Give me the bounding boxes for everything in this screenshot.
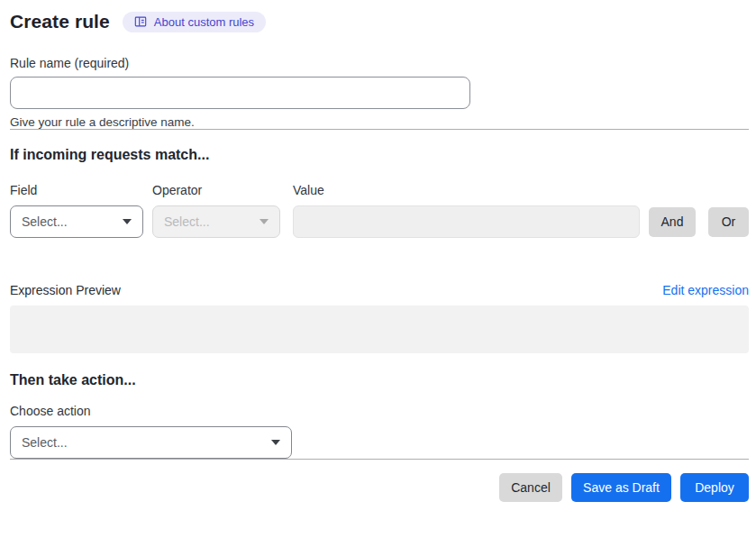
or-button[interactable]: Or (708, 207, 749, 237)
chevron-down-icon (260, 219, 269, 224)
choose-action-label: Choose action (10, 404, 749, 418)
page-title: Create rule (10, 11, 110, 32)
value-input[interactable] (293, 205, 640, 238)
cancel-button[interactable]: Cancel (499, 473, 562, 502)
match-controls-row: Select... Select... And Or (10, 205, 749, 238)
field-label: Field (10, 183, 152, 197)
action-select[interactable]: Select... (10, 426, 292, 459)
operator-label: Operator (152, 183, 293, 197)
field-select-value: Select... (22, 214, 68, 229)
book-reader-icon (134, 15, 147, 28)
action-select-value: Select... (22, 435, 68, 450)
rule-name-input[interactable] (10, 77, 470, 109)
match-column-labels: Field Operator Value (10, 183, 749, 197)
chevron-down-icon (123, 219, 132, 224)
divider (10, 129, 749, 130)
chevron-down-icon (271, 440, 280, 445)
match-section-heading: If incoming requests match... (10, 147, 749, 163)
and-button[interactable]: And (649, 207, 696, 237)
action-section-heading: Then take action... (10, 372, 749, 388)
rule-name-helper: Give your rule a descriptive name. (10, 115, 749, 129)
expression-preview-box (10, 305, 749, 353)
expression-preview-label: Expression Preview (10, 283, 121, 297)
divider (10, 459, 749, 460)
create-rule-page: Create rule About custom rules Rule name… (0, 0, 756, 502)
rule-name-label: Rule name (required) (10, 56, 749, 70)
about-custom-rules-badge[interactable]: About custom rules (123, 12, 266, 32)
footer-actions: Cancel Save as Draft Deploy (10, 473, 749, 502)
save-as-draft-button[interactable]: Save as Draft (571, 473, 671, 502)
about-badge-label: About custom rules (154, 15, 254, 29)
operator-select-value: Select... (164, 214, 210, 229)
edit-expression-link[interactable]: Edit expression (662, 283, 749, 297)
page-header: Create rule About custom rules (10, 9, 749, 34)
field-select[interactable]: Select... (10, 205, 143, 238)
value-label: Value (293, 183, 324, 197)
operator-select[interactable]: Select... (152, 205, 280, 238)
expression-preview-header: Expression Preview Edit expression (10, 283, 749, 297)
deploy-button[interactable]: Deploy (680, 473, 749, 502)
